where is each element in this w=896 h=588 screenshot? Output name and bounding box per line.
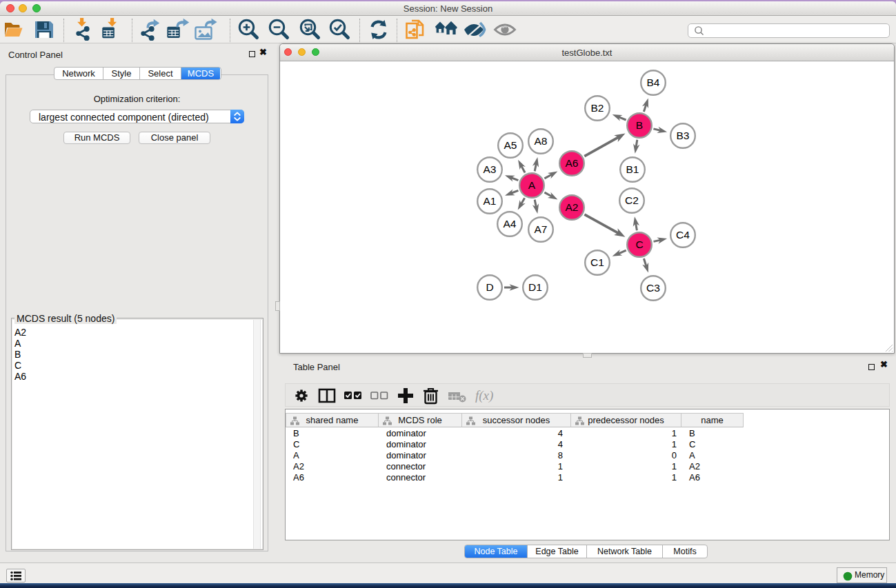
svg-text:A7: A7 [535,223,548,235]
svg-text:B: B [636,119,643,131]
svg-text:B4: B4 [647,77,660,88]
svg-text:A: A [528,179,536,191]
svg-text:B3: B3 [677,130,690,141]
svg-text:A2: A2 [566,201,579,213]
svg-text:D: D [486,281,493,293]
svg-text:A4: A4 [504,218,517,230]
svg-text:C4: C4 [676,229,690,241]
svg-text:A5: A5 [504,139,517,151]
svg-text:C: C [635,239,643,250]
svg-text:B2: B2 [591,102,604,114]
svg-text:A3: A3 [484,163,497,175]
svg-text:A1: A1 [484,195,497,207]
svg-text:B1: B1 [626,163,639,175]
svg-text:C3: C3 [646,282,660,294]
svg-text:A8: A8 [535,135,548,147]
svg-text:D1: D1 [528,281,542,293]
svg-text:C2: C2 [625,194,639,206]
svg-text:C1: C1 [590,256,604,268]
svg-text:A6: A6 [566,157,579,169]
svg-text:f(x): f(x) [475,388,493,403]
